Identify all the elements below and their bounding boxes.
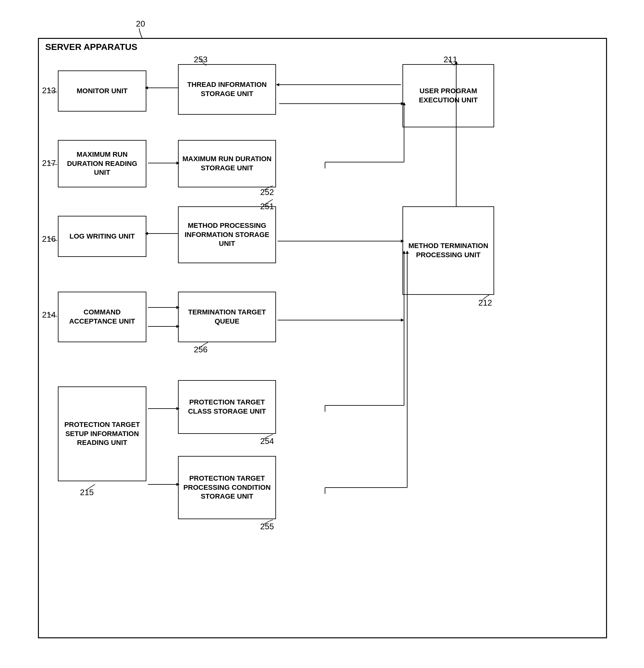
- svg-marker-19: [176, 325, 180, 328]
- svg-marker-11: [403, 102, 406, 105]
- arrow-command-to-termination2: [146, 323, 184, 330]
- svg-marker-15: [401, 240, 404, 243]
- arrow-termination-to-user: [447, 61, 466, 210]
- protection-class-box: PROTECTION TARGET CLASS STORAGE UNIT: [178, 380, 276, 434]
- ref-215-bracket: [86, 484, 98, 492]
- ref-254-bracket: [263, 435, 276, 441]
- arrow-maxrun-to-user: [276, 102, 406, 171]
- svg-marker-25: [176, 407, 180, 410]
- diagram-container: 20 SERVER APPARATUS MONITOR UNIT THREAD …: [25, 19, 616, 644]
- arrow-methodstorage-to-log: [146, 230, 184, 237]
- max-run-reading-box: MAXIMUM RUN DURATION READING UNIT: [58, 140, 146, 187]
- ref-255-bracket: [263, 520, 276, 526]
- server-label: SERVER APPARATUS: [45, 42, 137, 52]
- thread-storage-box: THREAD INFORMATION STORAGE UNIT: [178, 64, 276, 115]
- arrow-command-to-termination1: [146, 304, 184, 310]
- ref-256-bracket: [198, 342, 211, 350]
- svg-marker-3: [276, 83, 279, 86]
- command-acceptance-box: COMMAND ACCEPTANCE UNIT: [58, 292, 146, 342]
- monitor-unit-box: MONITOR UNIT: [58, 71, 146, 111]
- ref-20-bracket: [130, 19, 149, 38]
- termination-target-box: TERMINATION TARGET QUEUE: [178, 292, 276, 342]
- method-termination-box: METHOD TERMINATION PROCESSING UNIT: [403, 206, 494, 295]
- max-run-storage-box: MAXIMUM RUN DURATION STORAGE UNIT: [178, 140, 276, 187]
- ref-214-bracket: [48, 313, 60, 319]
- svg-marker-35: [406, 250, 409, 254]
- ref-217-bracket: [48, 162, 60, 168]
- arrow-maxrun-reading-to-storage: [146, 160, 184, 166]
- protection-condition-box: PROTECTION TARGET PROCESSING CONDITION S…: [178, 456, 276, 519]
- arrow-thread-to-monitor: [146, 83, 184, 93]
- arrow-condition-to-termination: [276, 250, 409, 497]
- ref-212-bracket: [481, 295, 494, 303]
- ref-216-bracket: [48, 237, 60, 244]
- method-processing-storage-box: METHOD PROCESSING INFORMATION STORAGE UN…: [178, 206, 276, 263]
- ref-252-bracket: [263, 186, 276, 192]
- protection-setup-box: PROTECTION TARGET SETUP INFORMATION READ…: [58, 386, 146, 481]
- arrow-setup-to-condition: [146, 481, 184, 488]
- outer-server-box: SERVER APPARATUS MONITOR UNIT THREAD INF…: [38, 38, 607, 638]
- svg-marker-17: [176, 306, 180, 309]
- ref-251-bracket: [263, 199, 276, 207]
- ref-211-bracket: [448, 59, 461, 67]
- ref-213-bracket: [48, 89, 60, 95]
- arrow-setup-to-class: [146, 406, 184, 412]
- svg-marker-7: [176, 162, 180, 165]
- arrow-user-to-thread: [278, 80, 404, 89]
- log-writing-box: LOG WRITING UNIT: [58, 216, 146, 257]
- svg-marker-27: [176, 483, 180, 486]
- ref-253-bracket: [200, 59, 213, 67]
